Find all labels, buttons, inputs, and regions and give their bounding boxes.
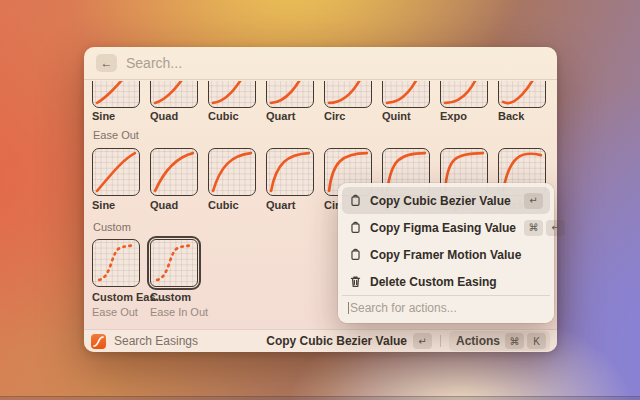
- actions-button[interactable]: Actions ⌘K: [449, 331, 550, 351]
- section-header-custom: Custom: [93, 221, 131, 233]
- easing-name: Quart: [266, 199, 314, 211]
- menu-item-copy-framer-motion-value[interactable]: Copy Framer Motion Value: [342, 241, 550, 268]
- section-header-ease-out: Ease Out: [93, 129, 139, 141]
- action-panel-menu: Copy Cubic Bezier Value↵Copy Figma Easin…: [338, 183, 554, 323]
- action-search-input[interactable]: Search for actions...: [342, 295, 550, 319]
- easing-card-caption: Quad: [150, 110, 198, 122]
- clipboard-icon: [349, 248, 362, 261]
- menu-item-delete-custom-easing[interactable]: Delete Custom Easing: [342, 268, 550, 295]
- ease-in-row-clipped: [92, 81, 552, 108]
- back-arrow-icon: ←: [101, 57, 113, 69]
- easing-name: Custom: [150, 291, 198, 303]
- menu-item-copy-cubic-bezier-value[interactable]: Copy Cubic Bezier Value↵: [342, 187, 550, 214]
- menu-item-label: Copy Framer Motion Value: [370, 248, 535, 262]
- search-header: ← Search...: [84, 47, 557, 80]
- easing-name: Quad: [150, 110, 198, 122]
- menu-item-label: Copy Figma Easing Value: [370, 221, 516, 235]
- easing-card-caption: Circ: [324, 110, 372, 122]
- footer-divider: [440, 335, 441, 347]
- search-input[interactable]: Search...: [126, 55, 182, 71]
- shortcut-key: ↵: [524, 193, 543, 209]
- easing-card-caption: Expo: [440, 110, 488, 122]
- easing-card-custom[interactable]: [150, 239, 198, 287]
- easing-card-caption: Quint: [382, 110, 430, 122]
- actions-shortcut: ⌘K: [505, 333, 546, 349]
- easing-card-cubic[interactable]: [208, 148, 256, 196]
- easing-name: Custom Eas…: [92, 291, 140, 303]
- easing-subtitle: Ease Out: [92, 306, 140, 318]
- text-caret: [348, 302, 349, 314]
- easing-card-caption: Cubic: [208, 110, 256, 122]
- easing-card-quint[interactable]: [382, 81, 430, 108]
- easing-name: Circ: [324, 110, 372, 122]
- easing-card-circ[interactable]: [324, 81, 372, 108]
- easing-name: Sine: [92, 110, 140, 122]
- easing-card-quad[interactable]: [150, 81, 198, 108]
- easing-card-caption: CustomEase In Out: [150, 291, 198, 318]
- menu-item-copy-figma-easing-value[interactable]: Copy Figma Easing Value⌘↵: [342, 214, 550, 241]
- shortcut-key: ⌘: [505, 333, 524, 349]
- action-search-placeholder: Search for actions...: [350, 301, 457, 315]
- easing-card-caption: Cubic: [208, 199, 256, 211]
- easing-name: Back: [498, 110, 546, 122]
- easing-card-custom-eas[interactable]: [92, 239, 140, 287]
- easing-card-caption: Sine: [92, 199, 140, 211]
- easing-card-caption: Quart: [266, 110, 314, 122]
- easing-card-caption: Sine: [92, 110, 140, 122]
- easing-subtitle: Ease In Out: [150, 306, 198, 318]
- easing-name: Cubic: [208, 199, 256, 211]
- easing-card-quart[interactable]: [266, 148, 314, 196]
- easing-app-icon: [91, 334, 106, 349]
- easing-card-back[interactable]: [498, 81, 546, 108]
- easing-name: Cubic: [208, 110, 256, 122]
- easing-card-caption: Back: [498, 110, 546, 122]
- command-title: Search Easings: [114, 334, 198, 348]
- easing-card-caption: Quad: [150, 199, 198, 211]
- trash-icon: [349, 275, 362, 288]
- easing-name: Quad: [150, 199, 198, 211]
- easing-card-caption: Quart: [266, 199, 314, 211]
- shortcut-key: ↵: [413, 333, 432, 349]
- actions-label: Actions: [456, 334, 500, 348]
- easing-card-quad[interactable]: [150, 148, 198, 196]
- background-dock-edge: [0, 396, 640, 400]
- desktop-wallpaper: ← Search... SineQuadCubicQuartCircQuintE…: [0, 0, 640, 400]
- easing-name: Expo: [440, 110, 488, 122]
- status-bar: Search Easings Copy Cubic Bezier Value ↵…: [84, 329, 557, 352]
- shortcut-key: ↵: [546, 220, 565, 236]
- menu-item-shortcut: ⌘↵: [524, 220, 565, 236]
- menu-item-shortcut: ↵: [524, 193, 543, 209]
- clipboard-icon: [349, 194, 362, 207]
- primary-action-label[interactable]: Copy Cubic Bezier Value: [266, 334, 407, 348]
- easing-card-caption: Custom Eas…Ease Out: [92, 291, 140, 318]
- easing-name: Quint: [382, 110, 430, 122]
- back-button[interactable]: ←: [96, 54, 117, 72]
- easing-name: Quart: [266, 110, 314, 122]
- easing-name: Sine: [92, 199, 140, 211]
- clipboard-icon: [349, 221, 362, 234]
- easing-card-cubic[interactable]: [208, 81, 256, 108]
- easing-card-expo[interactable]: [440, 81, 488, 108]
- easing-card-sine[interactable]: [92, 148, 140, 196]
- easing-card-quart[interactable]: [266, 81, 314, 108]
- shortcut-key: ⌘: [524, 220, 543, 236]
- easing-card-sine[interactable]: [92, 81, 140, 108]
- menu-item-label: Copy Cubic Bezier Value: [370, 194, 516, 208]
- shortcut-key: K: [527, 333, 546, 349]
- primary-action-shortcut: ↵: [413, 333, 432, 349]
- menu-item-label: Delete Custom Easing: [370, 275, 535, 289]
